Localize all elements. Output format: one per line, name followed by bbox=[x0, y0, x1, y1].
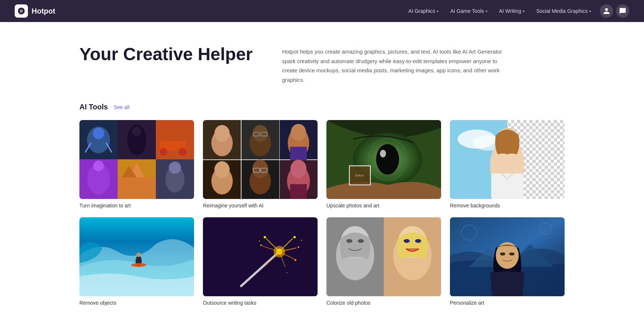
svg-point-92 bbox=[346, 239, 353, 243]
nav-icons bbox=[600, 4, 629, 18]
svg-point-85 bbox=[266, 263, 268, 265]
svg-point-97 bbox=[404, 239, 410, 243]
svg-text:before: before bbox=[355, 174, 364, 177]
tool-card-colorize-photos[interactable]: Colorize old photos bbox=[326, 217, 441, 306]
svg-point-14 bbox=[179, 148, 186, 156]
nav-item-ai-graphics[interactable]: AI Graphics ▾ bbox=[404, 5, 443, 17]
svg-point-44 bbox=[290, 160, 307, 178]
svg-point-103 bbox=[500, 253, 505, 255]
tool-card-reimagine-yourself[interactable]: Reimagine yourself with AI bbox=[203, 120, 318, 208]
tool-image-turn-imagination bbox=[79, 120, 194, 199]
tool-label-remove-objects: Remove objects bbox=[79, 300, 194, 306]
svg-rect-33 bbox=[290, 147, 307, 160]
svg-point-81 bbox=[298, 246, 299, 248]
svg-point-11 bbox=[132, 127, 142, 136]
tool-image-outsource-writing bbox=[203, 217, 318, 296]
svg-point-21 bbox=[169, 162, 181, 174]
chevron-down-icon: ▾ bbox=[437, 9, 439, 13]
svg-point-24 bbox=[214, 125, 230, 142]
tool-label-remove-backgrounds: Remove backgrounds bbox=[450, 203, 565, 208]
svg-point-102 bbox=[496, 242, 519, 269]
svg-rect-17 bbox=[118, 177, 156, 199]
tool-card-personalize-art[interactable]: Personalize art bbox=[450, 217, 565, 306]
tool-label-personalize-art: Personalize art bbox=[450, 300, 565, 306]
section-title: AI Tools bbox=[79, 103, 108, 111]
tool-card-remove-backgrounds[interactable]: Remove backgrounds bbox=[450, 120, 565, 208]
svg-point-7 bbox=[93, 128, 104, 139]
svg-point-27 bbox=[253, 125, 268, 142]
svg-point-84 bbox=[260, 244, 262, 246]
tools-grid: Turn imagination to art bbox=[79, 120, 565, 306]
tool-image-remove-backgrounds bbox=[450, 120, 565, 199]
tool-card-outsource-writing[interactable]: Outsource writing tasks bbox=[203, 217, 318, 306]
tool-card-turn-imagination[interactable]: Turn imagination to art bbox=[79, 120, 194, 208]
nav-item-ai-writing[interactable]: AI Writing ▾ bbox=[495, 5, 529, 17]
tool-label-upscale-photos: Upscale photos and art bbox=[326, 203, 441, 208]
svg-rect-64 bbox=[491, 174, 523, 199]
svg-point-80 bbox=[293, 236, 296, 238]
hero-title: Your Creative Helper bbox=[79, 44, 253, 64]
logo-text: Hotpot bbox=[32, 7, 55, 15]
navbar: Hotpot AI Graphics ▾ AI Game Tools ▾ AI … bbox=[0, 0, 644, 22]
svg-point-32 bbox=[291, 124, 306, 141]
tool-label-turn-imagination: Turn imagination to art bbox=[79, 203, 194, 208]
hero-section: Your Creative Helper Hotpot helps you cr… bbox=[65, 22, 579, 95]
svg-point-82 bbox=[294, 259, 296, 261]
tool-image-colorize-photos bbox=[326, 217, 441, 296]
svg-point-13 bbox=[160, 148, 167, 156]
svg-point-48 bbox=[376, 144, 399, 174]
svg-point-87 bbox=[286, 272, 287, 273]
nav-item-ai-game-tools[interactable]: AI Game Tools ▾ bbox=[446, 5, 492, 17]
tool-label-outsource-writing: Outsource writing tasks bbox=[203, 300, 318, 306]
svg-point-39 bbox=[252, 160, 268, 178]
svg-point-83 bbox=[264, 236, 266, 238]
nav-item-social-media-graphics[interactable]: Social Media Graphics ▾ bbox=[532, 5, 595, 17]
chevron-down-icon: ▾ bbox=[589, 9, 591, 13]
chevron-down-icon: ▾ bbox=[486, 9, 487, 13]
svg-rect-45 bbox=[290, 184, 307, 199]
svg-point-93 bbox=[358, 239, 364, 243]
chevron-down-icon: ▾ bbox=[523, 9, 525, 13]
tool-image-upscale-photos: before bbox=[326, 120, 441, 199]
logo-link[interactable]: Hotpot bbox=[15, 4, 55, 18]
tool-label-reimagine-yourself: Reimagine yourself with AI bbox=[203, 203, 318, 208]
user-icon-button[interactable] bbox=[600, 4, 613, 18]
section-header: AI Tools See all bbox=[79, 103, 565, 111]
svg-point-104 bbox=[509, 253, 515, 255]
svg-point-86 bbox=[301, 240, 302, 241]
chat-icon-button[interactable] bbox=[616, 4, 629, 18]
tool-label-colorize-photos: Colorize old photos bbox=[326, 300, 441, 306]
see-all-link[interactable]: See all bbox=[114, 104, 129, 110]
tool-card-remove-objects[interactable]: Remove objects bbox=[79, 217, 194, 306]
svg-point-36 bbox=[214, 161, 230, 178]
svg-point-68 bbox=[131, 263, 146, 267]
logo-icon bbox=[15, 4, 28, 18]
tool-card-upscale-photos[interactable]: before Upscale photos and art bbox=[326, 120, 441, 208]
svg-rect-69 bbox=[203, 217, 318, 296]
svg-point-88 bbox=[259, 240, 260, 242]
svg-point-67 bbox=[136, 253, 141, 257]
hero-description: Hotpot helps you create amazing graphics… bbox=[282, 44, 502, 84]
svg-point-16 bbox=[93, 160, 104, 171]
tool-image-personalize-art bbox=[450, 217, 565, 296]
ai-tools-section: AI Tools See all bbox=[65, 95, 579, 328]
svg-point-51 bbox=[380, 150, 386, 157]
nav-links: AI Graphics ▾ AI Game Tools ▾ AI Writing… bbox=[404, 5, 595, 17]
tool-image-remove-objects bbox=[79, 217, 194, 296]
svg-point-98 bbox=[415, 239, 421, 243]
tool-image-reimagine-yourself bbox=[203, 120, 318, 199]
